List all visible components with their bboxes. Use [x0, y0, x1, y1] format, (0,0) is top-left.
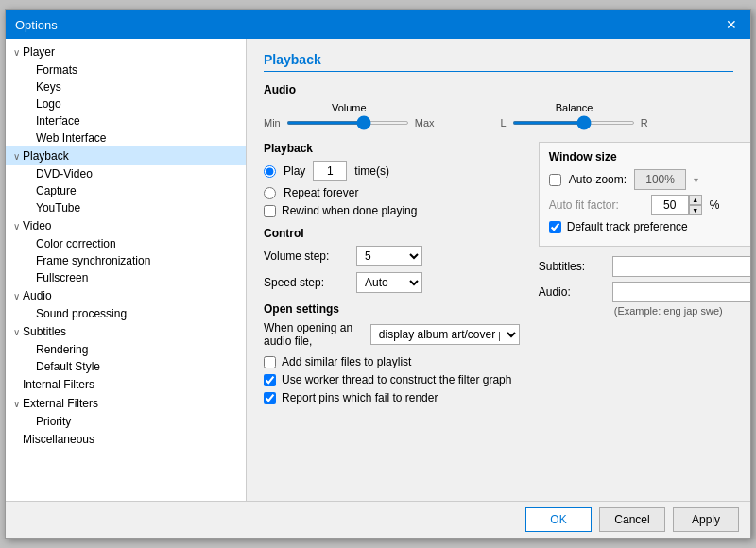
spinner-up-button[interactable]: ▲ [689, 195, 702, 205]
sidebar-label-playback: Playback [23, 149, 242, 163]
sidebar-item-playback[interactable]: ∨ Playback [6, 146, 246, 165]
use-worker-checkbox[interactable] [264, 374, 276, 386]
sidebar-label-video: Video [23, 219, 242, 232]
expand-audio-icon: ∨ [9, 291, 23, 301]
expand-external-filters-icon: ∨ [9, 399, 23, 409]
report-pins-checkbox[interactable] [264, 392, 276, 404]
default-track-checkbox[interactable] [549, 221, 561, 233]
repeat-radio-row: Repeat forever [264, 186, 520, 199]
default-track-label: Default track preference [567, 220, 688, 233]
content-area: ∨ Player Formats Keys Logo Interface Web… [6, 39, 750, 501]
sidebar-label-dvd-video: DVD-Video [36, 167, 242, 180]
sidebar-label-external-filters: External Filters [23, 397, 242, 410]
window-size-section: Window size Auto-zoom: ▾ Auto fit factor… [539, 142, 750, 247]
sidebar-item-formats[interactable]: Formats [6, 61, 246, 78]
balance-slider-row: L R [501, 117, 648, 128]
audio-section: Audio Volume Min Max Balance [264, 83, 733, 128]
sidebar-item-web-interface[interactable]: Web Interface [6, 129, 246, 146]
play-label: Play [284, 164, 305, 178]
sidebar-item-internal-filters[interactable]: Internal Filters [6, 375, 246, 394]
control-section-label: Control [264, 227, 520, 240]
apply-button[interactable]: Apply [673, 507, 739, 532]
play-radio[interactable] [264, 165, 276, 178]
volume-label: Volume [332, 102, 367, 113]
sidebar-item-capture[interactable]: Capture [6, 182, 246, 199]
bottom-bar: OK Cancel Apply [6, 501, 750, 538]
sidebar-item-color-correction[interactable]: Color correction [6, 235, 246, 252]
ok-button[interactable]: OK [525, 507, 592, 532]
open-settings-section: Open settings When opening an audio file… [264, 302, 520, 404]
sidebar-item-external-filters[interactable]: ∨ External Filters [6, 394, 246, 413]
sidebar-item-frame-synchronization[interactable]: Frame synchronization [6, 252, 246, 269]
open-settings-select[interactable]: display album art/cover pictures do noth… [370, 324, 520, 345]
example-text: (Example: eng jap swe) [614, 305, 750, 317]
sidebar-item-youtube[interactable]: YouTube [6, 199, 246, 216]
sidebar-item-keys[interactable]: Keys [6, 78, 246, 95]
sidebar-item-fullscreen[interactable]: Fullscreen [6, 269, 246, 286]
window-size-title: Window size [549, 150, 750, 163]
sidebar-item-miscellaneous[interactable]: Miscellaneous [6, 430, 246, 449]
window-title: Options [15, 18, 58, 32]
sidebar-item-dvd-video[interactable]: DVD-Video [6, 165, 246, 182]
balance-slider[interactable] [512, 121, 635, 125]
volume-min-label: Min [264, 117, 281, 128]
subtitles-input[interactable] [612, 256, 750, 277]
sidebar-item-rendering[interactable]: Rendering [6, 341, 246, 358]
sidebar-label-player: Player [23, 45, 242, 59]
open-settings-row: When opening an audio file, display albu… [264, 321, 520, 348]
volume-slider[interactable] [286, 121, 409, 125]
sidebar-label-rendering: Rendering [36, 343, 242, 356]
sidebar-item-sound-processing[interactable]: Sound processing [6, 305, 246, 322]
cancel-button[interactable]: Cancel [599, 507, 665, 532]
expand-playback-icon: ∨ [9, 151, 23, 162]
auto-zoom-input[interactable] [634, 169, 686, 190]
control-section: Control Volume step: 5 1 2 10 Speed ste [264, 227, 520, 293]
audio-lang-input[interactable] [612, 282, 750, 302]
sidebar-label-logo: Logo [36, 97, 242, 111]
balance-l-label: L [501, 117, 507, 128]
audio-lang-row: Audio: [539, 282, 750, 302]
spinner-down-button[interactable]: ▼ [689, 205, 702, 215]
auto-zoom-checkbox[interactable] [549, 174, 561, 186]
sidebar-item-default-style[interactable]: Default Style [6, 358, 246, 375]
speed-step-select[interactable]: Auto 0.1 0.25 0.5 [356, 272, 422, 293]
sidebar-label-frame-synchronization: Frame synchronization [36, 254, 242, 267]
audio-section-label: Audio [264, 83, 733, 96]
close-button[interactable]: ✕ [722, 15, 741, 34]
sidebar-label-sound-processing: Sound processing [36, 307, 242, 320]
sidebar-label-keys: Keys [36, 80, 242, 94]
rewind-checkbox[interactable] [264, 205, 276, 217]
auto-fit-input[interactable] [651, 195, 689, 215]
volume-step-row: Volume step: 5 1 2 10 [264, 246, 520, 266]
sidebar-item-interface[interactable]: Interface [6, 112, 246, 129]
sidebar-item-priority[interactable]: Priority [6, 413, 246, 430]
sidebar-item-video[interactable]: ∨ Video [6, 216, 246, 235]
sidebar-label-audio: Audio [23, 289, 242, 302]
sidebar-label-web-interface: Web Interface [36, 131, 242, 145]
report-pins-row: Report pins which fail to render [264, 391, 520, 404]
subtitles-label: Subtitles: [539, 260, 605, 273]
volume-step-select[interactable]: 5 1 2 10 [356, 246, 422, 266]
sidebar-item-player[interactable]: ∨ Player [6, 43, 246, 61]
balance-r-label: R [641, 117, 648, 128]
sidebar-item-subtitles[interactable]: ∨ Subtitles [6, 322, 246, 341]
play-count-input[interactable] [313, 161, 347, 181]
auto-fit-label: Auto fit factor: [549, 198, 644, 212]
zoom-dropdown-arrow[interactable]: ▾ [694, 175, 698, 185]
repeat-radio[interactable] [264, 187, 276, 199]
open-settings-label: Open settings [264, 302, 520, 316]
sidebar-item-logo[interactable]: Logo [6, 95, 246, 112]
add-similar-checkbox[interactable] [264, 356, 276, 368]
right-column: Window size Auto-zoom: ▾ Auto fit factor… [539, 142, 750, 409]
main-panel: Playback Audio Volume Min Max [247, 39, 750, 501]
sidebar-label-youtube: YouTube [36, 201, 242, 214]
sidebar-label-subtitles: Subtitles [23, 325, 242, 338]
speed-step-row: Speed step: Auto 0.1 0.25 0.5 [264, 272, 520, 293]
when-opening-label: When opening an audio file, [264, 321, 363, 348]
left-column: Playback Play time(s) Repeat forever [264, 142, 520, 409]
titlebar: Options ✕ [6, 10, 750, 39]
use-worker-row: Use worker thread to construct the filte… [264, 373, 520, 386]
play-radio-row: Play time(s) [264, 161, 520, 181]
panel-title: Playback [264, 52, 733, 72]
sidebar-item-audio[interactable]: ∨ Audio [6, 286, 246, 305]
